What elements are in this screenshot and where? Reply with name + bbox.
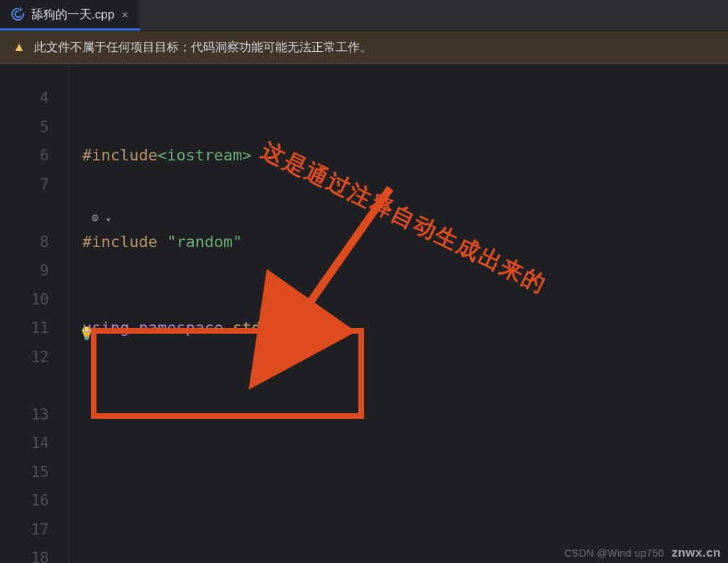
line-number: 9 bbox=[0, 256, 69, 285]
warning-message: 此文件不属于任何项目目标；代码洞察功能可能无法正常工作。 bbox=[34, 39, 372, 55]
line-number: 18 bbox=[0, 544, 69, 563]
code-line: #include "random" bbox=[82, 228, 728, 257]
line-number: 6 bbox=[0, 141, 69, 170]
line-number: 16 bbox=[0, 486, 69, 515]
tab-filename: 舔狗的一天.cpp bbox=[31, 6, 114, 23]
code-area[interactable]: #include<iostream> #include "random" usi… bbox=[70, 64, 728, 563]
code-editor[interactable]: 4 5 6 7 ⚙ ▾ 8 9 10 11 💡 12 13 14 15 16 1… bbox=[0, 64, 728, 563]
watermark-znwx: znwx.cn bbox=[671, 546, 721, 559]
gutter: 4 5 6 7 ⚙ ▾ 8 9 10 11 💡 12 13 14 15 16 1… bbox=[0, 64, 70, 563]
line-number: 5 bbox=[0, 113, 69, 142]
line-number: 15 bbox=[0, 458, 69, 487]
code-line bbox=[82, 486, 728, 515]
code-line bbox=[82, 400, 728, 430]
line-number: 7 bbox=[0, 170, 69, 199]
cpp-file-icon: C bbox=[11, 8, 24, 21]
line-number: 10 bbox=[0, 285, 69, 315]
code-line: using namespace std; bbox=[82, 314, 728, 343]
warning-icon: ▲ bbox=[13, 40, 26, 55]
line-number: 14 bbox=[0, 429, 69, 458]
tab-active[interactable]: C 舔狗的一天.cpp × bbox=[0, 0, 140, 31]
line-number: 4 bbox=[0, 84, 69, 113]
line-number: 12 bbox=[0, 343, 69, 400]
watermark: CSDN @Wind up750 znwx.cn bbox=[564, 546, 721, 560]
line-number: 11 💡 bbox=[0, 314, 69, 343]
warning-banner: ▲ 此文件不属于任何项目目标；代码洞察功能可能无法正常工作。 bbox=[0, 31, 728, 64]
watermark-csdn: CSDN @Wind up750 bbox=[564, 547, 664, 559]
line-number: ⚙ ▾ bbox=[0, 199, 69, 228]
close-icon[interactable]: × bbox=[121, 8, 128, 21]
code-line: #include<iostream> bbox=[82, 141, 728, 170]
line-number: 8 bbox=[0, 228, 69, 257]
line-number: 17 bbox=[0, 515, 69, 545]
line-number: 13 bbox=[0, 400, 69, 430]
tab-bar: C 舔狗的一天.cpp × bbox=[0, 0, 728, 31]
